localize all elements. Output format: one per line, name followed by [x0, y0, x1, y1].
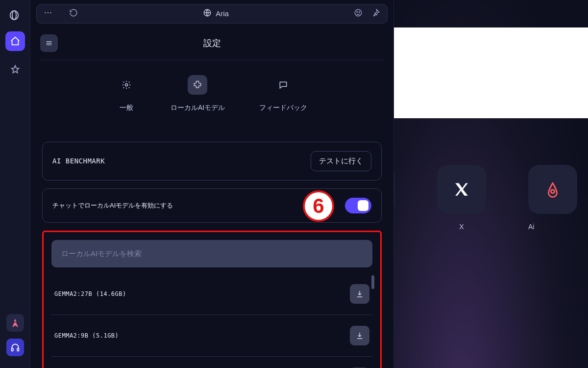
page-title: 設定 — [40, 37, 384, 49]
svg-point-8 — [355, 9, 362, 16]
tab-local-ai[interactable]: ローカルAIモデル — [171, 75, 225, 112]
benchmark-label: AI BENCHMARK — [52, 157, 105, 165]
airbnb-icon — [528, 165, 577, 214]
reddit-icon — [394, 165, 395, 214]
enable-local-label: チャットでローカルAIモデルを有効にする — [52, 201, 173, 210]
reload-icon[interactable] — [69, 8, 78, 19]
svg-point-4 — [45, 12, 46, 13]
chat-icon — [273, 75, 293, 95]
scrollbar-thumb[interactable] — [371, 275, 374, 289]
rail-home-button[interactable] — [5, 31, 25, 51]
emoji-icon[interactable] — [354, 8, 363, 19]
speed-dial-tile-airbnb[interactable]: Ai — [528, 165, 577, 231]
model-name: GEMMA2:9B (5.1GB) — [54, 332, 119, 339]
svg-point-1 — [12, 11, 16, 20]
x-icon — [437, 165, 486, 214]
opera-logo-icon — [9, 10, 22, 23]
toolbar-dots-icon[interactable] — [44, 8, 52, 19]
benchmark-card: AI BENCHMARK テストに行く — [42, 142, 382, 181]
svg-point-0 — [10, 11, 18, 20]
model-row: GEMMA2:27B (14.6GB) — [51, 273, 372, 315]
model-search-input[interactable] — [61, 249, 363, 258]
settings-tabs: 一般 ローカルAIモデル フィードバック — [30, 60, 393, 124]
gear-icon — [117, 75, 136, 95]
tab-local-ai-label: ローカルAIモデル — [171, 104, 225, 112]
enable-local-toggle[interactable] — [345, 198, 371, 213]
download-button[interactable] — [350, 326, 369, 345]
model-search[interactable] — [51, 240, 372, 267]
tile-caption: X — [459, 223, 464, 231]
rail-app-player[interactable] — [6, 339, 24, 356]
tab-general[interactable]: 一般 — [117, 75, 136, 112]
model-row: GEMMA2:9B (5.1GB) — [51, 315, 372, 357]
speed-dial-tile-x[interactable]: X — [437, 165, 486, 231]
svg-point-10 — [359, 12, 360, 13]
models-list: GEMMA2:27B (14.6GB) GEMMA2:9B (5.1GB) GE… — [42, 231, 382, 368]
globe-icon — [203, 8, 212, 19]
svg-point-11 — [125, 83, 127, 86]
benchmark-go-button[interactable]: テストに行く — [311, 151, 371, 171]
svg-point-16 — [551, 190, 554, 193]
svg-point-9 — [357, 12, 358, 13]
tab-general-label: 一般 — [120, 104, 133, 112]
pin-icon[interactable] — [371, 8, 380, 19]
puzzle-icon — [188, 75, 207, 95]
bg-banner — [394, 27, 588, 118]
panel-title: Aria — [216, 9, 229, 18]
left-rail — [0, 0, 30, 368]
aria-panel: Aria 設定 一般 ローカルAIモデル フィードバック — [30, 0, 394, 368]
model-row: GEMMA2:27B-INSTRUCT-FP16 (50.7GB) — [51, 357, 372, 368]
panel-toolbar: Aria — [36, 4, 388, 24]
svg-point-5 — [48, 12, 49, 13]
svg-rect-2 — [11, 348, 13, 351]
speed-dial-bg: ddit X Ai — [394, 0, 588, 368]
speed-dial-tile-reddit[interactable]: ddit — [394, 165, 395, 231]
svg-rect-3 — [17, 348, 19, 351]
tab-feedback-label: フィードバック — [259, 104, 307, 112]
tab-feedback[interactable]: フィードバック — [259, 75, 307, 112]
svg-point-6 — [50, 12, 51, 13]
download-button[interactable] — [350, 284, 369, 304]
rail-bookmarks-button[interactable] — [5, 60, 25, 79]
rail-app-aria[interactable] — [6, 314, 24, 332]
tile-caption: Ai — [528, 223, 534, 231]
model-name: GEMMA2:27B (14.6GB) — [54, 290, 126, 297]
annotation-step-badge: 6 — [303, 190, 334, 222]
